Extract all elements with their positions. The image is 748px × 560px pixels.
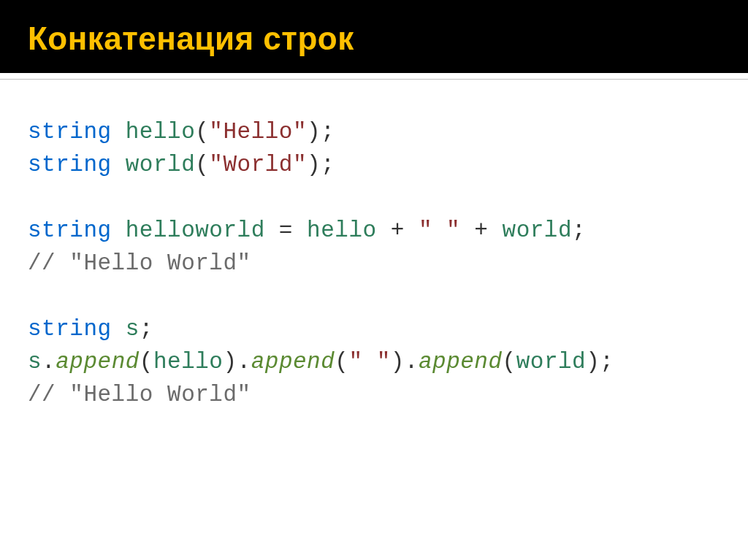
code-line: string world("World"); bbox=[28, 149, 748, 182]
dot: . bbox=[42, 349, 56, 375]
paren: ( bbox=[195, 119, 209, 145]
code-line: string hello("Hello"); bbox=[28, 116, 748, 149]
var-hello: hello bbox=[126, 119, 196, 145]
var-world: world bbox=[516, 349, 587, 375]
slide: Конкатенация строк string hello("Hello")… bbox=[0, 0, 748, 560]
code-line: string s; bbox=[28, 313, 748, 346]
code-blank bbox=[28, 182, 748, 215]
paren: ). bbox=[223, 349, 251, 375]
var-hello: hello bbox=[307, 218, 377, 243]
paren: ); bbox=[307, 119, 335, 145]
method-append: append bbox=[56, 349, 140, 375]
code-line: s.append(hello).append(" ").append(world… bbox=[28, 346, 748, 379]
paren: ); bbox=[307, 152, 335, 177]
semicolon: ; bbox=[140, 316, 153, 342]
op-plus: + bbox=[377, 218, 419, 243]
keyword-string: string bbox=[28, 152, 112, 177]
slide-title: Конкатенация строк bbox=[28, 20, 748, 57]
title-band: Конкатенация строк bbox=[0, 0, 748, 73]
var-hello: hello bbox=[153, 349, 224, 375]
string-literal-space: " " bbox=[348, 349, 390, 375]
code-line: // "Hello World" bbox=[28, 248, 748, 280]
var-world: world bbox=[126, 152, 196, 177]
comment: // "Hello World" bbox=[28, 250, 251, 276]
keyword-string: string bbox=[28, 218, 112, 243]
string-literal-space: " " bbox=[419, 218, 460, 243]
paren: ( bbox=[503, 349, 516, 375]
code-line: // "Hello World" bbox=[28, 379, 748, 412]
keyword-string: string bbox=[28, 119, 112, 145]
method-append: append bbox=[251, 349, 335, 375]
var-helloworld: helloworld bbox=[126, 218, 265, 243]
paren: ); bbox=[586, 349, 614, 375]
op-eq: = bbox=[265, 218, 307, 243]
var-s: s bbox=[28, 349, 42, 375]
paren: ( bbox=[335, 349, 348, 375]
paren: ( bbox=[195, 152, 209, 177]
paren: ( bbox=[140, 349, 153, 375]
var-s: s bbox=[126, 316, 140, 342]
code-blank bbox=[28, 280, 748, 313]
comment: // "Hello World" bbox=[28, 382, 251, 407]
method-append: append bbox=[419, 349, 503, 375]
semicolon: ; bbox=[572, 218, 586, 243]
code-block: string hello("Hello"); string world("Wor… bbox=[0, 80, 748, 411]
code-line: string helloworld = hello + " " + world; bbox=[28, 215, 748, 248]
var-world: world bbox=[503, 218, 573, 243]
string-literal-hello: "Hello" bbox=[209, 119, 307, 145]
op-plus: + bbox=[460, 218, 502, 243]
paren: ). bbox=[391, 349, 419, 375]
keyword-string: string bbox=[28, 316, 112, 342]
string-literal-world: "World" bbox=[209, 152, 307, 177]
